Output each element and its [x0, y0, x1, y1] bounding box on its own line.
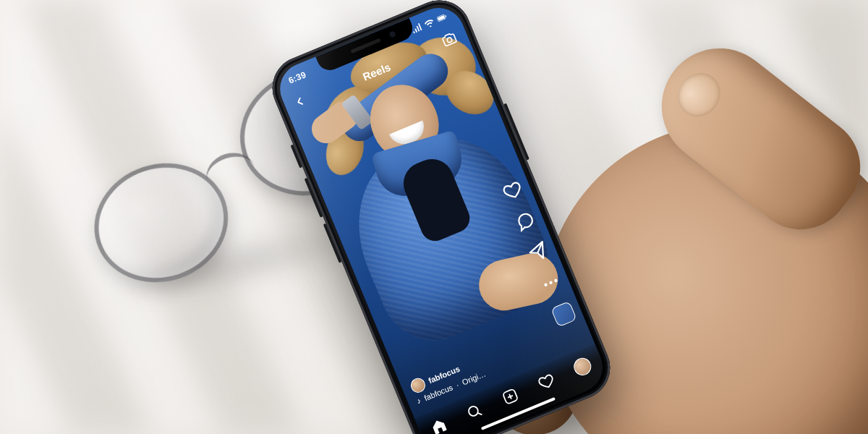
- svg-rect-1: [438, 15, 446, 21]
- svg-point-5: [549, 281, 553, 285]
- nav-activity[interactable]: [536, 371, 557, 392]
- search-icon: [464, 401, 485, 422]
- nav-home[interactable]: [428, 416, 449, 434]
- heart-outline-icon: [536, 371, 557, 392]
- nav-search[interactable]: [464, 401, 485, 422]
- svg-point-7: [467, 405, 480, 417]
- nav-profile[interactable]: [571, 355, 594, 378]
- svg-line-11: [508, 396, 513, 398]
- cellular-signal-icon: [410, 22, 424, 36]
- photo-scene: 6:39 Reels: [0, 0, 868, 434]
- svg-point-4: [544, 283, 548, 287]
- home-icon: [428, 416, 449, 434]
- wifi-icon: [423, 17, 437, 31]
- svg-point-6: [554, 278, 558, 283]
- plus-square-icon: [500, 386, 521, 407]
- svg-point-3: [446, 37, 452, 43]
- battery-icon: [435, 12, 449, 25]
- audio-separator: ·: [455, 380, 460, 389]
- nav-new-post[interactable]: [500, 386, 521, 407]
- status-time: 6:39: [287, 69, 308, 86]
